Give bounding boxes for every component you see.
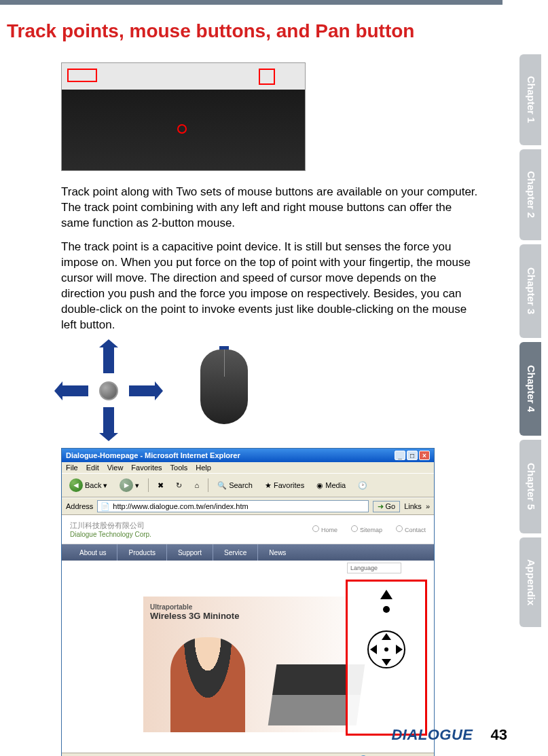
search-label: Search bbox=[229, 481, 253, 489]
search-button[interactable]: 🔍 Search bbox=[214, 479, 256, 492]
favorites-label: Favorites bbox=[274, 481, 304, 489]
nav-service[interactable]: Service bbox=[213, 544, 257, 561]
forward-dropdown-icon: ▾ bbox=[135, 481, 139, 490]
page-content: Track points, mouse buttons, and Pan but… bbox=[7, 20, 496, 756]
arrow-down-icon bbox=[103, 407, 114, 434]
language-selector[interactable]: Language bbox=[347, 563, 401, 573]
maximize-button[interactable]: □ bbox=[407, 451, 418, 460]
close-button[interactable]: × bbox=[419, 451, 430, 460]
arrow-right-icon bbox=[129, 385, 156, 396]
nav-about[interactable]: About us bbox=[69, 544, 117, 561]
trackpoint-directions-diagram bbox=[61, 346, 156, 434]
tab-chapter-4[interactable]: Chapter 4 bbox=[519, 342, 541, 436]
history-icon: 🕑 bbox=[358, 481, 367, 490]
address-bar: Address 📄 http://www.dialogue.com.tw/en/… bbox=[62, 497, 434, 515]
tab-appendix[interactable]: Appendix bbox=[519, 537, 541, 627]
menu-file[interactable]: File bbox=[66, 464, 78, 472]
toolbar: ◄ Back ▾ ► ▾ ✖ ↻ ⌂ 🔍 Search ★ bbox=[62, 473, 434, 497]
media-label: Media bbox=[325, 481, 346, 489]
nav-support[interactable]: Support bbox=[166, 544, 213, 561]
circle-icon bbox=[351, 525, 358, 532]
toolbar-separator bbox=[208, 478, 208, 492]
menu-tools[interactable]: Tools bbox=[170, 464, 188, 472]
home-link[interactable]: Home bbox=[312, 525, 337, 533]
page-icon: 📄 bbox=[101, 502, 110, 511]
pan-overlay bbox=[346, 580, 427, 736]
menu-help[interactable]: Help bbox=[196, 464, 211, 472]
logo-text-english: Dialogue Technology Corp. bbox=[70, 531, 151, 538]
window-controls: _ □ × bbox=[395, 451, 430, 460]
hero-line-2: Wireless 3G Mininote bbox=[150, 611, 239, 621]
pan-compass-icon bbox=[367, 630, 405, 668]
go-button[interactable]: ➜ Go bbox=[373, 501, 401, 512]
home-button[interactable]: ⌂ bbox=[191, 479, 202, 491]
browser-window: Dialogue-Homepage - Microsoft Internet E… bbox=[61, 448, 435, 756]
favorites-button[interactable]: ★ Favorites bbox=[261, 479, 308, 492]
links-expand-icon[interactable]: » bbox=[426, 502, 430, 510]
circle-icon bbox=[396, 525, 403, 532]
tab-chapter-5[interactable]: Chapter 5 bbox=[519, 440, 541, 533]
language-label: Language bbox=[350, 565, 378, 571]
menu-view[interactable]: View bbox=[107, 464, 124, 472]
star-icon: ★ bbox=[265, 481, 272, 490]
go-label: Go bbox=[386, 502, 396, 510]
hero-line-1: Ultraportable bbox=[150, 603, 239, 611]
keyboard-photo bbox=[61, 62, 306, 171]
tab-chapter-2[interactable]: Chapter 2 bbox=[519, 149, 541, 240]
search-icon: 🔍 bbox=[217, 481, 227, 490]
contact-link[interactable]: Contact bbox=[396, 525, 426, 533]
address-input[interactable]: 📄 http://www.dialogue.com.tw/en/index.ht… bbox=[97, 500, 368, 512]
compass-left-icon bbox=[370, 645, 377, 654]
minimize-button[interactable]: _ bbox=[395, 451, 405, 460]
forward-arrow-icon: ► bbox=[120, 478, 133, 492]
compass-right-icon bbox=[396, 645, 403, 654]
home-icon: ⌂ bbox=[194, 481, 199, 489]
nav-news[interactable]: News bbox=[257, 544, 297, 561]
webpage-viewport: 江川科技股份有限公司 Dialogue Technology Corp. Hom… bbox=[62, 515, 434, 753]
menu-edit[interactable]: Edit bbox=[86, 464, 99, 472]
window-title: Dialogue-Homepage - Microsoft Internet E… bbox=[66, 451, 240, 459]
stop-button[interactable]: ✖ bbox=[154, 479, 167, 492]
header-links: Home Sitemap Contact bbox=[312, 525, 426, 533]
back-button[interactable]: ◄ Back ▾ bbox=[66, 476, 111, 494]
links-label[interactable]: Links bbox=[404, 502, 422, 510]
pan-up-triangle-icon bbox=[380, 590, 392, 599]
paragraph-1: Track point along with Two sets of mouse… bbox=[61, 185, 482, 231]
pan-origin-dot-icon bbox=[383, 606, 390, 613]
menu-favorites[interactable]: Favorites bbox=[131, 464, 162, 472]
body-column: Track point along with Two sets of mouse… bbox=[61, 62, 482, 756]
arrow-left-icon bbox=[61, 385, 88, 396]
window-titlebar: Dialogue-Homepage - Microsoft Internet E… bbox=[62, 449, 434, 462]
compass-down-icon bbox=[382, 659, 391, 666]
stop-icon: ✖ bbox=[158, 481, 164, 490]
menubar: File Edit View Favorites Tools Help bbox=[62, 462, 434, 473]
tab-chapter-1[interactable]: Chapter 1 bbox=[519, 54, 541, 145]
trackpoint-highlight bbox=[177, 124, 187, 134]
hero-text: Ultraportable Wireless 3G Mininote bbox=[150, 603, 239, 621]
history-button[interactable]: 🕑 bbox=[354, 479, 371, 492]
footer-brand: DIALOGUE bbox=[391, 726, 473, 744]
refresh-icon: ↻ bbox=[176, 481, 182, 490]
refresh-button[interactable]: ↻ bbox=[172, 479, 185, 492]
forward-button[interactable]: ► ▾ bbox=[116, 476, 143, 494]
arrow-up-icon bbox=[103, 346, 114, 373]
circle-icon bbox=[312, 525, 319, 532]
top-rule bbox=[0, 0, 503, 5]
trackpoint-center-icon bbox=[99, 381, 118, 400]
address-url: http://www.dialogue.com.tw/en/index.htm bbox=[113, 502, 248, 510]
media-button[interactable]: ◉ Media bbox=[313, 479, 349, 492]
back-label: Back bbox=[85, 481, 101, 489]
media-icon: ◉ bbox=[316, 481, 323, 490]
paragraph-2: The track point is a capacitive point de… bbox=[61, 240, 482, 333]
site-header: 江川科技股份有限公司 Dialogue Technology Corp. Hom… bbox=[62, 515, 434, 544]
back-arrow-icon: ◄ bbox=[69, 478, 83, 492]
nav-products[interactable]: Products bbox=[117, 544, 166, 561]
tab-chapter-3[interactable]: Chapter 3 bbox=[519, 244, 541, 338]
sitemap-link[interactable]: Sitemap bbox=[351, 525, 382, 533]
page-number: 43 bbox=[491, 726, 507, 744]
mouse-icon bbox=[200, 349, 248, 424]
back-dropdown-icon: ▾ bbox=[103, 481, 107, 490]
go-arrow-icon: ➜ bbox=[378, 502, 384, 511]
page-title: Track points, mouse buttons, and Pan but… bbox=[7, 20, 496, 42]
chapter-tabs: Chapter 1 Chapter 2 Chapter 3 Chapter 4 … bbox=[519, 54, 541, 627]
